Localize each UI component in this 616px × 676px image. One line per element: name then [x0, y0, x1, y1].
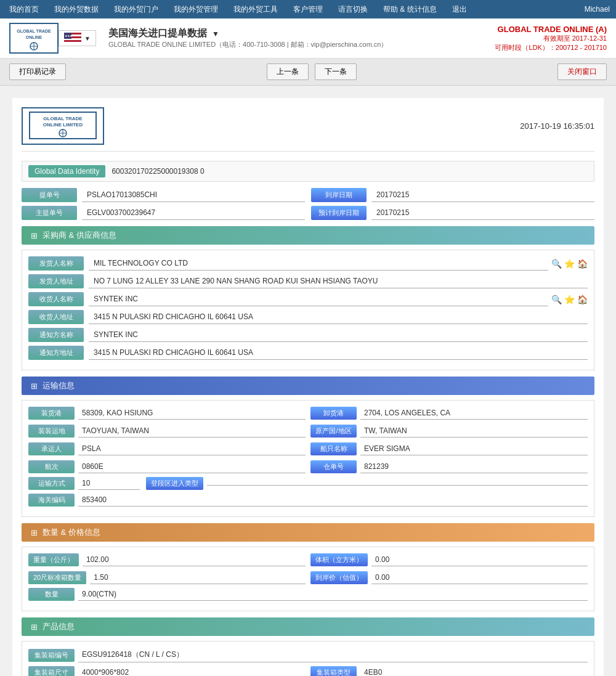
star-icon-2[interactable]: ⭐	[564, 295, 575, 304]
brand-logo: GLOBAL TRADE ONLINE	[9, 23, 59, 54]
user-name: Michael	[585, 5, 610, 14]
nav-trade-data[interactable]: 我的外贸数据	[51, 4, 102, 15]
voyage-label: 航次	[28, 460, 75, 473]
carrier-label: 承运人	[28, 442, 75, 455]
buyer-supplier-section-header: ⊞ 采购商 & 供应商信息	[22, 226, 594, 245]
navigation-buttons: 上一条 下一条	[267, 63, 357, 80]
master-bill-row: 主提单号 EGLV003700239647 预计到岸日期 20170215	[22, 206, 594, 220]
quantity-value: 9.00(CTN)	[78, 588, 588, 601]
carrier-value: PSLA	[78, 442, 306, 455]
customs-code-value: 853400	[78, 494, 588, 507]
volume-field: 体积（立方米） 0.00	[310, 553, 588, 566]
shipper-addr-label: 发货人地址	[28, 274, 84, 288]
chevron-down-icon: ▼	[84, 35, 91, 42]
voyage-value: 0860E	[78, 460, 306, 473]
arrival-value: 20170215	[371, 188, 594, 202]
container-size-field: 集装箱尺寸 4000*906*802	[28, 666, 306, 676]
product-section: 集装箱编号 EGSU9126418（CN / L / CS） 集装箱尺寸 400…	[22, 641, 594, 676]
discharge-port-label: 卸货港	[310, 407, 357, 420]
expire-info: 有效期至 2017-12-31	[495, 34, 607, 43]
consignee-name-label: 收货人名称	[28, 292, 84, 306]
packing-place-field: 装装运地 TAOYUAN, TAIWAN	[28, 425, 306, 438]
nav-tools[interactable]: 我的外贸工具	[230, 4, 281, 15]
consignee-addr-value: 3415 N PULASKI RD CHICAGHO IL 60641 USA	[89, 310, 588, 324]
language-selector[interactable]: ★★★ ▼	[59, 30, 96, 46]
global-data-value: 600320170225000019308 0	[111, 167, 204, 176]
section-icon-bs: ⊞	[31, 231, 38, 240]
bill-row: 提单号 PSLAO17013085CHI 到岸日期 20170215	[22, 188, 594, 202]
container-20-value: 1.50	[90, 571, 306, 584]
consignee-icons: 🔍 ⭐ 🏠	[551, 295, 588, 304]
origin-country-label: 原产国/地区	[310, 425, 357, 438]
transport-label: 运输信息	[43, 380, 75, 391]
vessel-name-label: 船只名称	[310, 442, 357, 455]
arrival-price-label: 到岸价（估值）	[310, 571, 368, 584]
container-no-prod-row: 集装箱编号 EGSU9126418（CN / L / CS）	[28, 648, 588, 662]
close-button[interactable]: 关闭窗口	[557, 63, 607, 80]
transport-mode-label: 运输方式	[28, 477, 75, 490]
volume-label: 体积（立方米）	[310, 553, 368, 566]
loading-port-label: 装货港	[28, 407, 75, 420]
home-icon[interactable]: 🏠	[577, 259, 588, 269]
arrival-label: 到岸日期	[311, 188, 367, 202]
header-subtitle: GLOBAL TRADE ONLINE LIMITED（电话：400-710-3…	[108, 40, 483, 49]
doc-logo: GLOBAL TRADE ONLINE LIMITED	[22, 107, 104, 145]
carrier-field: 承运人 PSLA	[28, 442, 306, 455]
buyer-supplier-label: 采购商 & 供应商信息	[43, 230, 116, 241]
nav-customer[interactable]: 客户管理	[290, 4, 326, 15]
search-icon[interactable]: 🔍	[551, 259, 562, 269]
notify-name-value: SYNTEK INC	[89, 328, 588, 342]
expire-label: 有效期至	[543, 35, 570, 42]
search-icon-2[interactable]: 🔍	[551, 295, 562, 304]
consignee-addr-label: 收货人地址	[28, 310, 84, 324]
nav-language[interactable]: 语言切换	[335, 4, 371, 15]
container-type-field: 集装箱类型 4EB0	[310, 666, 588, 676]
nav-help[interactable]: 帮助 & 统计信息	[380, 4, 440, 15]
customs-code-row: 海关编码 853400	[28, 494, 588, 507]
nav-management[interactable]: 我的外贸管理	[171, 4, 221, 15]
notify-addr-value: 3415 N PULASKI RD CHICAGHO IL 60641 USA	[89, 346, 588, 360]
eta-value: 20170215	[371, 206, 594, 220]
nav-portal[interactable]: 我的外贸门户	[111, 4, 161, 15]
container-no-label: 仓单号	[310, 460, 357, 473]
transport-mode-value: 10	[78, 477, 140, 490]
container-type-value: 4EB0	[360, 666, 588, 676]
consignee-addr-row: 收货人地址 3415 N PULASKI RD CHICAGHO IL 6064…	[28, 310, 588, 324]
nav-items: 我的首页 我的外贸数据 我的外贸门户 我的外贸管理 我的外贸工具 客户管理 语言…	[6, 4, 470, 15]
vessel-name-field: 船只名称 EVER SIGMA	[310, 442, 588, 455]
weight-label: 重量（公斤）	[28, 553, 79, 566]
buyer-supplier-section: 发货人名称 MIL TECHNOLOGY CO LTD 🔍 ⭐ 🏠 发货人地址 …	[22, 250, 594, 370]
expire-date: 2017-12-31	[572, 35, 607, 42]
next-button[interactable]: 下一条	[315, 63, 357, 80]
section-icon-prod: ⊞	[31, 622, 38, 632]
home-icon-2[interactable]: 🏠	[577, 295, 588, 304]
print-button[interactable]: 打印易记录	[9, 63, 66, 80]
nav-home[interactable]: 我的首页	[6, 4, 42, 15]
discharge-port-field: 卸货港 2704, LOS ANGELES, CA	[310, 407, 588, 420]
prev-button[interactable]: 上一条	[267, 63, 309, 80]
weight-value: 102.00	[83, 553, 306, 566]
quantity-label: 数量	[28, 588, 75, 601]
container-type-label: 集装箱类型	[310, 666, 357, 676]
svg-text:ONLINE LIMITED: ONLINE LIMITED	[43, 122, 83, 128]
dropdown-icon[interactable]: ▼	[212, 30, 219, 38]
product-label: 产品信息	[43, 621, 75, 632]
nav-logout[interactable]: 退出	[449, 4, 470, 15]
ftz-entry-value	[207, 481, 588, 486]
container-no-prod-value: EGSU9126418（CN / L / CS）	[78, 648, 588, 662]
brand-name: GLOBAL TRADE ONLINE (A)	[495, 25, 607, 34]
vessel-name-value: EVER SIGMA	[360, 442, 588, 455]
top-navigation: 我的首页 我的外贸数据 我的外贸门户 我的外贸管理 我的外贸工具 客户管理 语言…	[0, 0, 616, 18]
arrival-price-value: 0.00	[371, 571, 588, 584]
document-timestamp: 2017-10-19 16:35:01	[520, 121, 594, 131]
header-title-area: 美国海关进口提单数据 ▼ GLOBAL TRADE ONLINE LIMITED…	[96, 27, 495, 49]
star-icon[interactable]: ⭐	[564, 259, 575, 269]
container-no-field: 仓单号 821239	[310, 460, 588, 473]
global-data-row: Global Data Identity 6003201702250000193…	[22, 161, 594, 182]
container-20-label: 20尺标准箱数量	[28, 571, 86, 584]
container-20-field: 20尺标准箱数量 1.50	[28, 571, 306, 584]
bill-label: 提单号	[22, 188, 77, 202]
transport-mode-row: 运输方式 10 登段区进入类型	[28, 477, 588, 490]
main-content-area: GLOBAL TRADE ONLINE LIMITED 2017-10-19 1…	[0, 86, 616, 676]
time-info: 可用时段（LDK）：200712 - 201710	[495, 43, 607, 52]
